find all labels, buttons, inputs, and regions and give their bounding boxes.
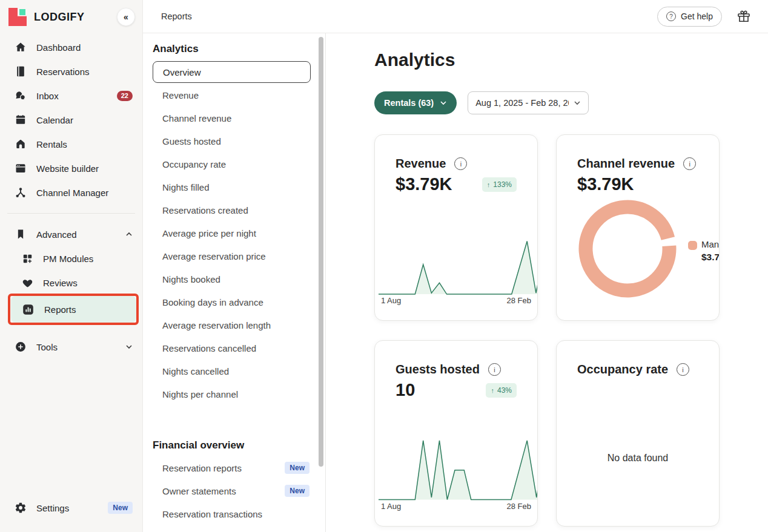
sidebar-item-settings[interactable]: Settings New xyxy=(0,496,142,520)
x-label-start: 1 Aug xyxy=(381,502,401,511)
subnav-item-reservation-transactions[interactable]: Reservation transactions xyxy=(153,502,311,525)
chevron-up-icon xyxy=(125,231,133,238)
guests-hosted-card[interactable]: Guests hosted i 10 ↑ 43% xyxy=(374,340,538,527)
sidebar-item-tools[interactable]: Tools xyxy=(0,335,142,359)
occupancy-rate-card[interactable]: Occupancy rate i No data found xyxy=(556,340,720,527)
subnav-item-nights-per-channel[interactable]: Nights per channel xyxy=(153,383,311,406)
inbox-unread-badge: 22 xyxy=(117,91,133,101)
question-circle-icon: ? xyxy=(666,11,676,21)
primary-nav: Dashboard Reservations Inbox 22 Calendar… xyxy=(0,35,142,359)
x-label-end: 28 Feb xyxy=(507,502,531,511)
topbar: Reports ? Get help xyxy=(143,0,768,33)
main-sidebar: LODGIFY « Dashboard Reservations Inbox 2… xyxy=(0,0,143,532)
revenue-card[interactable]: Revenue i $3.79K ↑ 133% xyxy=(374,134,538,321)
sidebar-item-label: Advanced xyxy=(36,229,116,240)
logo-row: LODGIFY « xyxy=(0,0,142,34)
app-window: LODGIFY « Dashboard Reservations Inbox 2… xyxy=(0,0,768,532)
analytics-section-heading: Analytics xyxy=(153,43,311,55)
subnav-item-average-price-per-night[interactable]: Average price per night xyxy=(153,222,311,245)
chart-line xyxy=(379,241,538,294)
settings-new-badge: New xyxy=(108,502,133,514)
breadcrumb: Reports xyxy=(161,11,192,21)
sidebar-item-label: Rentals xyxy=(36,139,133,149)
plus-circle-icon xyxy=(15,341,27,353)
heart-icon xyxy=(22,277,33,289)
sidebar-item-dashboard[interactable]: Dashboard xyxy=(0,35,142,59)
book-icon xyxy=(15,65,27,77)
gift-icon[interactable] xyxy=(737,9,751,24)
subnav-item-revenue[interactable]: Revenue xyxy=(153,84,311,107)
sidebar-item-label: Reports xyxy=(44,304,129,315)
legend-label: Manu xyxy=(701,238,720,251)
sidebar-item-advanced[interactable]: Advanced xyxy=(0,222,142,246)
sidebar-item-reservations[interactable]: Reservations xyxy=(0,59,142,84)
bar-chart-icon xyxy=(22,303,35,316)
sidebar-item-label: Channel Manager xyxy=(36,188,133,198)
subnav-item-guests-hosted[interactable]: Guests hosted xyxy=(153,130,311,153)
subnav-item-nights-booked[interactable]: Nights booked xyxy=(153,268,311,291)
channel-revenue-card[interactable]: Channel revenue i $3.79K Manu xyxy=(556,134,720,321)
sidebar-item-pm-modules[interactable]: PM Modules xyxy=(0,246,142,271)
revenue-value: $3.79K xyxy=(396,174,452,194)
date-range-dropdown[interactable]: Aug 1, 2025 - Feb 28, 20 xyxy=(468,91,589,114)
rentals-filter-dropdown[interactable]: Rentals (63) xyxy=(374,91,457,114)
x-axis-labels: 1 Aug 28 Feb xyxy=(381,296,531,305)
trend-badge: ↑ 133% xyxy=(482,177,517,192)
sidebar-item-label: Website builder xyxy=(36,163,133,174)
house-icon xyxy=(15,138,27,150)
get-help-label: Get help xyxy=(681,11,713,21)
legend-swatch xyxy=(688,241,697,250)
subnav-item-reservations-cancelled[interactable]: Reservations cancelled xyxy=(153,337,311,360)
subnav-item-nights-filled[interactable]: Nights filled xyxy=(153,176,311,199)
scrollbar-thumb[interactable] xyxy=(319,37,323,467)
info-icon[interactable]: i xyxy=(677,363,689,376)
content-area: Reports ? Get help Analytics Overview Re… xyxy=(143,0,768,532)
reports-subnav: Analytics Overview Revenue Channel reven… xyxy=(143,33,326,532)
get-help-button[interactable]: ? Get help xyxy=(657,7,722,27)
subnav-item-occupancy-rate[interactable]: Occupancy rate xyxy=(153,153,311,176)
card-title: Occupancy rate xyxy=(577,363,668,376)
sidebar-item-inbox[interactable]: Inbox 22 xyxy=(0,84,142,108)
sidebar-item-calendar[interactable]: Calendar xyxy=(0,108,142,132)
subnav-item-owner-statements[interactable]: Owner statements New xyxy=(153,479,311,502)
financial-list: Reservation reports New Owner statements… xyxy=(153,456,311,525)
sidebar-divider xyxy=(7,213,135,214)
info-icon[interactable]: i xyxy=(454,157,467,170)
sidebar-item-reviews[interactable]: Reviews xyxy=(0,271,142,295)
date-range-value: Aug 1, 2025 - Feb 28, 20 xyxy=(475,98,569,108)
subnav-item-reservations-created[interactable]: Reservations created xyxy=(153,199,311,222)
guests-hosted-value: 10 xyxy=(396,380,415,400)
subnav-item-channel-revenue[interactable]: Channel revenue xyxy=(153,107,311,130)
subnav-item-nights-cancelled[interactable]: Nights cancelled xyxy=(153,360,311,383)
x-label-end: 28 Feb xyxy=(507,296,531,305)
subnav-item-average-reservation-price[interactable]: Average reservation price xyxy=(153,245,311,268)
revenue-line-chart xyxy=(379,236,538,295)
guests-hosted-line-chart xyxy=(379,424,538,501)
topbar-actions: ? Get help xyxy=(657,7,751,27)
subnav-item-reservation-reports[interactable]: Reservation reports New xyxy=(153,456,311,479)
analytics-list: Overview Revenue Channel revenue Guests … xyxy=(153,61,311,406)
subnav-item-booking-days-in-advance[interactable]: Booking days in advance xyxy=(153,291,311,314)
x-label-start: 1 Aug xyxy=(381,296,401,305)
gear-icon xyxy=(15,502,27,514)
network-icon xyxy=(15,186,27,199)
sidebar-item-rentals[interactable]: Rentals xyxy=(0,132,142,156)
chevron-down-icon xyxy=(574,99,581,107)
chevron-down-icon xyxy=(125,343,133,350)
sidebar-item-website-builder[interactable]: Website builder xyxy=(0,156,142,180)
x-axis-labels: 1 Aug 28 Feb xyxy=(381,502,531,511)
sidebar-item-reports[interactable]: Reports xyxy=(11,296,136,323)
sidebar-item-channel-manager[interactable]: Channel Manager xyxy=(0,180,142,205)
subnav-item-average-reservation-length[interactable]: Average reservation length xyxy=(153,314,311,337)
channel-revenue-donut-chart xyxy=(577,199,678,299)
subnav-scrollbar[interactable] xyxy=(318,36,324,530)
sidebar-collapse-button[interactable]: « xyxy=(117,8,135,26)
card-title: Guests hosted xyxy=(396,363,480,376)
subnav-item-overview[interactable]: Overview xyxy=(153,61,311,83)
info-icon[interactable]: i xyxy=(683,157,696,170)
metric-cards-grid: Revenue i $3.79K ↑ 133% xyxy=(374,134,768,527)
reports-annotation-wrap: Reports xyxy=(11,296,136,323)
trend-badge: ↑ 43% xyxy=(486,383,517,398)
analytics-main: Analytics Rentals (63) Aug 1, 2025 - Feb… xyxy=(326,33,768,532)
info-icon[interactable]: i xyxy=(488,363,501,376)
